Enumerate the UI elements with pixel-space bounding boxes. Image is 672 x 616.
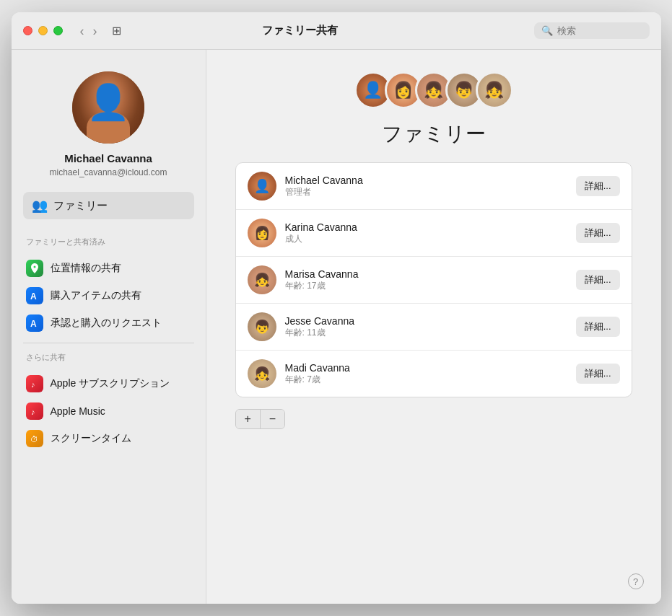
family-title: ファミリー bbox=[382, 120, 486, 148]
help-button[interactable]: ? bbox=[628, 573, 644, 589]
svg-text:♪: ♪ bbox=[31, 408, 35, 416]
member-avatar-marisa: 👧 bbox=[248, 265, 276, 294]
member-avatar-madi: 👧 bbox=[248, 359, 276, 388]
member-avatar-michael: 👤 bbox=[248, 172, 276, 201]
sidebar: Michael Cavanna michael_cavanna@icloud.c… bbox=[12, 50, 206, 604]
sidebar-item-approvals[interactable]: A 承認と購入のリクエスト bbox=[23, 309, 194, 337]
apple-sub-icon: ♪ bbox=[26, 375, 43, 392]
sidebar-item-screen-time[interactable]: ⏱ スクリーンタイム bbox=[23, 425, 194, 452]
appstore-icon: A bbox=[26, 287, 43, 304]
members-list: 👤 Michael Cavanna 管理者 詳細... 👩 Karina Cav… bbox=[235, 162, 632, 397]
svg-text:A: A bbox=[30, 291, 37, 301]
svg-text:A: A bbox=[30, 319, 37, 328]
search-bar[interactable]: 🔍 bbox=[534, 22, 650, 39]
member-role: 成人 bbox=[285, 233, 567, 245]
member-role: 年齢: 7歳 bbox=[285, 374, 567, 386]
member-info-jesse: Jesse Cavanna 年齢: 11歳 bbox=[285, 315, 567, 339]
table-row: 👤 Michael Cavanna 管理者 詳細... bbox=[236, 163, 632, 210]
details-button-karina[interactable]: 詳細... bbox=[576, 223, 620, 243]
sidebar-item-apple-sub[interactable]: ♪ Apple サブスクリプション bbox=[23, 370, 194, 397]
svg-text:♪: ♪ bbox=[31, 380, 35, 389]
search-icon: 🔍 bbox=[541, 25, 553, 36]
approvals-label: 承認と購入のリクエスト bbox=[51, 317, 162, 330]
details-button-michael[interactable]: 詳細... bbox=[576, 176, 620, 196]
member-name: Jesse Cavanna bbox=[285, 315, 567, 327]
table-row: 👩 Karina Cavanna 成人 詳細... bbox=[236, 210, 632, 257]
apple-music-label: Apple Music bbox=[51, 405, 105, 417]
apple-music-icon: ♪ bbox=[26, 402, 43, 420]
titlebar: ‹ › ⊞ ファミリー共有 🔍 bbox=[12, 12, 661, 50]
details-button-madi[interactable]: 詳細... bbox=[576, 364, 620, 384]
section-divider bbox=[23, 343, 194, 343]
search-input[interactable] bbox=[557, 25, 644, 36]
add-member-button[interactable]: + bbox=[236, 410, 261, 428]
details-button-jesse[interactable]: 詳細... bbox=[576, 317, 620, 337]
sidebar-item-apple-music[interactable]: ♪ Apple Music bbox=[23, 397, 194, 425]
apple-sub-label: Apple サブスクリプション bbox=[51, 377, 170, 390]
avatar bbox=[72, 71, 144, 144]
member-info-karina: Karina Cavanna 成人 bbox=[285, 221, 567, 245]
family-button-label: ファミリー bbox=[53, 199, 108, 213]
section1-label: ファミリーと共有済み bbox=[23, 237, 194, 247]
location-icon bbox=[26, 260, 43, 277]
user-name: Michael Cavanna bbox=[64, 152, 152, 164]
window-title: ファミリー共有 bbox=[75, 24, 525, 38]
avatar-image bbox=[72, 71, 144, 144]
details-button-marisa[interactable]: 詳細... bbox=[576, 270, 620, 290]
approvals-icon: A bbox=[26, 314, 43, 332]
member-avatar-jesse: 👦 bbox=[248, 312, 276, 341]
table-row: 👧 Madi Cavanna 年齢: 7歳 詳細... bbox=[236, 351, 632, 397]
actions-row: + − bbox=[235, 409, 632, 429]
svg-text:⏱: ⏱ bbox=[30, 435, 38, 444]
app-window: ‹ › ⊞ ファミリー共有 🔍 Michael Cavanna michael_… bbox=[12, 12, 661, 604]
screen-time-icon: ⏱ bbox=[26, 430, 43, 447]
screen-time-label: スクリーンタイム bbox=[51, 432, 131, 445]
member-name: Michael Cavanna bbox=[285, 175, 567, 186]
traffic-lights bbox=[23, 26, 63, 35]
member-info-madi: Madi Cavanna 年齢: 7歳 bbox=[285, 362, 567, 386]
member-role: 年齢: 11歳 bbox=[285, 327, 567, 339]
table-row: 👧 Marisa Cavanna 年齢: 17歳 詳細... bbox=[236, 257, 632, 304]
member-info-michael: Michael Cavanna 管理者 bbox=[285, 175, 567, 198]
sidebar-item-location[interactable]: 位置情報の共有 bbox=[23, 255, 194, 282]
table-row: 👦 Jesse Cavanna 年齢: 11歳 詳細... bbox=[236, 304, 632, 351]
main-wrapper: 👤 👩 👧 👦 👧 ファミリー 👤 Michael Cavanna 管理者 bbox=[206, 50, 661, 604]
member-role: 年齢: 17歳 bbox=[285, 280, 567, 292]
svg-point-1 bbox=[33, 266, 35, 268]
family-icon: 👥 bbox=[32, 198, 48, 214]
family-avatar-5: 👧 bbox=[476, 71, 513, 109]
section2-label: さらに共有 bbox=[23, 352, 194, 363]
close-button[interactable] bbox=[23, 26, 32, 35]
family-button[interactable]: 👥 ファミリー bbox=[23, 192, 194, 219]
remove-member-button[interactable]: − bbox=[261, 410, 284, 428]
member-info-marisa: Marisa Cavanna 年齢: 17歳 bbox=[285, 268, 567, 292]
main-content: 👤 👩 👧 👦 👧 ファミリー 👤 Michael Cavanna 管理者 bbox=[206, 50, 661, 604]
member-avatar-karina: 👩 bbox=[248, 219, 276, 247]
content: Michael Cavanna michael_cavanna@icloud.c… bbox=[12, 50, 661, 604]
member-name: Karina Cavanna bbox=[285, 221, 567, 233]
maximize-button[interactable] bbox=[53, 26, 63, 35]
family-avatars: 👤 👩 👧 👦 👧 bbox=[354, 71, 513, 109]
minimize-button[interactable] bbox=[38, 26, 48, 35]
list-actions: + − bbox=[235, 409, 286, 429]
purchases-label: 購入アイテムの共有 bbox=[51, 289, 141, 302]
user-email: michael_cavanna@icloud.com bbox=[50, 167, 167, 177]
member-name: Madi Cavanna bbox=[285, 362, 567, 374]
sidebar-item-purchases[interactable]: A 購入アイテムの共有 bbox=[23, 282, 194, 309]
member-name: Marisa Cavanna bbox=[285, 268, 567, 280]
member-role: 管理者 bbox=[285, 186, 567, 198]
location-label: 位置情報の共有 bbox=[51, 262, 121, 275]
